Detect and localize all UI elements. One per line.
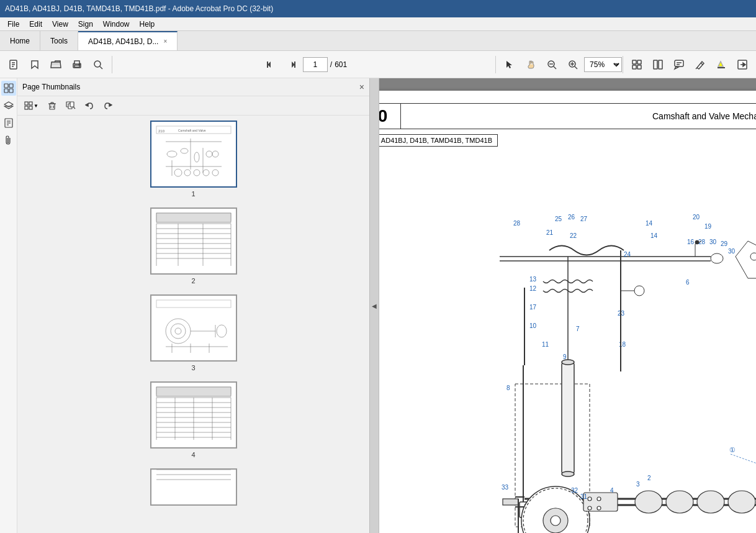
svg-point-9 <box>94 61 101 67</box>
new-doc-button[interactable] <box>4 55 24 75</box>
open-button[interactable] <box>46 55 66 75</box>
thumbnails-panel: Page Thumbnails × ▼ <box>17 78 369 533</box>
menu-window[interactable]: Window <box>98 19 135 30</box>
tab-close-button[interactable]: × <box>163 38 167 45</box>
thumbnail-3[interactable]: 3 <box>22 294 364 371</box>
panel-delete-button[interactable] <box>44 99 60 112</box>
svg-point-196 <box>597 497 601 501</box>
svg-marker-15 <box>506 61 512 68</box>
svg-rect-128 <box>156 387 231 396</box>
thumbnail-image-2 <box>150 207 237 275</box>
layers-icon[interactable] <box>1 98 16 113</box>
menubar: File Edit View Sign Window Help <box>0 17 756 31</box>
tab-home[interactable]: Home <box>0 31 40 50</box>
svg-text:①: ① <box>729 446 736 453</box>
svg-rect-39 <box>4 84 8 88</box>
thumbnail-1[interactable]: 210 Camshaft and Valve <box>22 121 364 198</box>
svg-rect-100 <box>153 297 234 359</box>
toolbar-sep-2 <box>495 56 496 73</box>
panel-extract-button[interactable] <box>63 99 79 112</box>
menu-view[interactable]: View <box>47 19 73 30</box>
svg-text:210: 210 <box>158 129 165 133</box>
svg-rect-49 <box>25 102 28 105</box>
diagram-container: 21 22 14 16 28 30 29 14 27 26 25 28 19 2… <box>379 154 756 533</box>
menu-edit[interactable]: Edit <box>24 19 47 30</box>
svg-text:14: 14 <box>646 220 653 227</box>
highlight-button[interactable] <box>711 55 731 75</box>
svg-rect-29 <box>675 60 683 66</box>
svg-point-187 <box>728 491 755 513</box>
comment-button[interactable] <box>669 55 689 75</box>
technical-diagram: 21 22 14 16 28 30 29 14 27 26 25 28 19 2… <box>379 154 756 533</box>
svg-text:30: 30 <box>709 239 717 245</box>
panel-toolbar: ▼ <box>17 96 369 116</box>
sidebar-collapse-button[interactable]: ◀ <box>369 78 379 533</box>
menu-help[interactable]: Help <box>135 19 160 30</box>
thumbnail-image-4 <box>150 381 237 449</box>
thumbnail-image-3 <box>150 294 237 362</box>
zoom-in-button[interactable] <box>563 55 583 75</box>
page-number-box: 210 <box>379 104 401 129</box>
hand-tool-button[interactable] <box>521 55 541 75</box>
panel-undo-button[interactable] <box>81 99 97 112</box>
thumbnail-2[interactable]: 2 <box>22 207 364 285</box>
svg-marker-4 <box>32 61 38 68</box>
svg-text:31: 31 <box>580 493 588 500</box>
pen-tool-button[interactable] <box>690 55 710 75</box>
bookmark-button[interactable] <box>25 55 45 75</box>
thumbnail-label-2: 2 <box>191 277 195 285</box>
svg-point-179 <box>562 472 574 476</box>
svg-rect-200 <box>503 499 518 505</box>
titlebar: AD41B, AD41BJ, D41B, TAMD41B, TMD41B.pdf… <box>0 0 756 17</box>
svg-text:19: 19 <box>704 223 712 230</box>
select-tool-button[interactable] <box>500 55 520 75</box>
svg-text:26: 26 <box>568 214 575 221</box>
page-subtitle-box: AD41B, AD41BJ, D41B, TAMD41B, TMD41B <box>379 134 756 154</box>
svg-text:7: 7 <box>576 326 580 332</box>
thumbnails-icon[interactable] <box>1 81 16 96</box>
panel-view-dropdown[interactable]: ▼ <box>21 99 42 112</box>
svg-rect-129 <box>153 468 234 506</box>
prev-page-button[interactable] <box>261 55 281 75</box>
thumbnail-4[interactable]: 4 <box>22 381 364 458</box>
zoom-out-button[interactable] <box>542 55 562 75</box>
next-page-button[interactable] <box>282 55 302 75</box>
svg-rect-27 <box>654 60 657 69</box>
print-button[interactable] <box>67 55 87 75</box>
svg-point-186 <box>697 491 724 513</box>
svg-rect-52 <box>29 106 32 109</box>
svg-text:29: 29 <box>721 240 728 247</box>
page-number-input[interactable] <box>303 57 328 72</box>
svg-text:33: 33 <box>502 484 509 491</box>
svg-rect-7 <box>74 65 79 67</box>
svg-text:14: 14 <box>650 232 658 239</box>
svg-line-22 <box>575 66 577 69</box>
svg-rect-24 <box>637 60 641 64</box>
tab-tools[interactable]: Tools <box>40 31 78 50</box>
thumbnail-5[interactable] <box>22 468 364 506</box>
export-button[interactable] <box>732 55 752 75</box>
tab-document[interactable]: AD41B, AD41BJ, D... × <box>78 31 178 50</box>
page-subtitle: AD41B, AD41BJ, D41B, TAMD41B, TMD41B <box>379 134 498 147</box>
svg-rect-14 <box>294 62 295 68</box>
pdf-viewer-area[interactable]: 210 Camshaft and Valve Mechanism AD41B, … <box>379 78 756 533</box>
menu-sign[interactable]: Sign <box>73 19 98 30</box>
svg-text:16: 16 <box>687 239 695 245</box>
menu-file[interactable]: File <box>2 19 24 30</box>
search-button[interactable] <box>88 55 108 75</box>
svg-point-178 <box>562 360 574 365</box>
attachments-panel-icon[interactable] <box>1 133 16 148</box>
panel-close-button[interactable]: × <box>359 82 364 92</box>
svg-point-185 <box>666 491 693 513</box>
svg-marker-30 <box>675 66 678 69</box>
page-title-box: Camshaft and Valve Mechanism <box>401 104 757 129</box>
zoom-select[interactable]: 50% 75% 100% 125% 150% 200% <box>584 57 622 72</box>
bookmarks-panel-icon[interactable] <box>1 116 16 130</box>
panel-redo-button[interactable] <box>100 99 116 112</box>
cursor-tools: 50% 75% 100% 125% 150% 200% ▼ <box>500 55 619 75</box>
thumbnails-list: 210 Camshaft and Valve <box>17 116 369 533</box>
svg-text:25: 25 <box>555 216 562 222</box>
svg-line-63 <box>73 107 75 109</box>
panel-view-button[interactable] <box>648 55 668 75</box>
fit-page-button[interactable] <box>627 55 647 75</box>
